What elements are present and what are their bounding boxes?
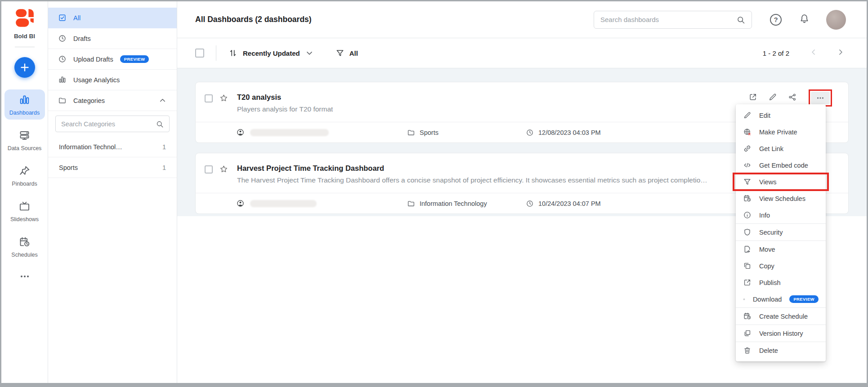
favorite-star-icon[interactable] [219, 93, 228, 113]
pagination-next-button[interactable] [836, 48, 845, 58]
edit-dashboard-button[interactable] [768, 93, 777, 103]
menu-item-label: Make Private [759, 129, 797, 136]
rail-item-slideshows[interactable]: Slideshows [4, 196, 45, 226]
help-icon[interactable] [770, 14, 782, 26]
select-all-checkbox[interactable] [195, 49, 204, 58]
dashboard-description: The Harvest Project Time Tracking Dashbo… [237, 176, 707, 184]
download-icon [743, 295, 745, 303]
brand-name: Bold BI [14, 33, 35, 40]
calendar-clock-icon [743, 194, 752, 203]
sidebar-item-all[interactable]: All [48, 8, 177, 28]
rail-item-pinboards[interactable]: Pinboards [4, 160, 45, 191]
category: Sports [407, 129, 526, 137]
plus-icon [19, 62, 30, 73]
menu-item-view-schedules[interactable]: View Schedules [736, 190, 826, 207]
rail-item-dashboards[interactable]: Dashboards [4, 89, 45, 120]
menu-item-edit[interactable]: Edit [736, 107, 826, 124]
more-actions-button[interactable] [811, 92, 830, 104]
favorite-star-icon[interactable] [219, 165, 228, 184]
pagination-prev-button[interactable] [809, 48, 818, 58]
person-icon [236, 128, 245, 137]
rail-item-schedules[interactable]: Schedules [4, 231, 45, 262]
menu-item-create-schedule[interactable]: Create Schedule [736, 308, 826, 325]
sidebar-item-label: Drafts [73, 35, 91, 42]
filter-funnel-icon[interactable] [336, 49, 345, 58]
menu-item-get-embed-code[interactable]: Get Embed code [736, 157, 826, 173]
dashboard-title[interactable]: Harvest Project Time Tracking Dashboard [237, 164, 707, 173]
sidebar-item-label: Usage Analytics [73, 76, 120, 84]
sidebar-item-label: Categories [73, 97, 105, 104]
category-name: Sports [420, 129, 438, 136]
category-item-information-technology[interactable]: Information Technol… 1 [48, 137, 177, 157]
sort-dropdown[interactable]: Recently Updated [243, 49, 300, 57]
menu-item-info[interactable]: Info [736, 207, 826, 223]
menu-item-label: Get Embed code [759, 162, 808, 169]
list-toolbar: Recently Updated All 1 - 2 of 2 [177, 38, 867, 68]
page-title: All Dashboards (2 dashboards) [195, 15, 312, 24]
menu-item-version-history[interactable]: Version History [736, 325, 826, 342]
category-item-sports[interactable]: Sports 1 [48, 157, 177, 178]
category-search-input[interactable] [61, 120, 152, 128]
sidebar-item-drafts[interactable]: Drafts [48, 28, 177, 49]
preview-badge: PREVIEW [120, 55, 149, 63]
bold-bi-logo-icon [14, 8, 35, 28]
clock-icon [526, 129, 534, 137]
filter-dropdown[interactable]: All [349, 49, 358, 57]
dashboard-description: Players analysis for T20 format [237, 105, 333, 113]
modified-value: 12/08/2023 04:03 PM [538, 129, 601, 136]
chevron-right-icon [836, 48, 845, 57]
modified-value: 10/24/2023 04:07 PM [538, 200, 601, 207]
sidebar-item-label: Upload Drafts [73, 56, 113, 63]
sort-icon[interactable] [228, 48, 238, 58]
user-avatar[interactable] [826, 10, 846, 30]
pagination-range: 1 - 2 of 2 [763, 49, 789, 57]
category-count: 1 [162, 164, 166, 171]
sidebar-item-upload-drafts[interactable]: Upload Drafts PREVIEW [48, 49, 177, 70]
menu-item-make-private[interactable]: Make Private [736, 124, 826, 140]
menu-item-views[interactable]: Views [736, 173, 826, 190]
chevron-up-icon[interactable] [158, 96, 167, 105]
menu-item-move[interactable]: Move [736, 241, 826, 258]
menu-item-delete[interactable]: Delete [736, 342, 826, 359]
menu-item-label: Download [753, 296, 782, 303]
menu-item-download[interactable]: Download PREVIEW [736, 291, 826, 307]
dashboard-search-input[interactable] [600, 16, 732, 23]
modified-date: 10/24/2023 04:07 PM [526, 200, 601, 208]
row-checkbox[interactable] [205, 165, 213, 173]
calendar-clock-icon [18, 236, 31, 248]
trash-icon [743, 346, 752, 355]
slideshow-icon [18, 200, 31, 213]
clock-icon [58, 55, 67, 63]
menu-item-security[interactable]: Security [736, 224, 826, 240]
sidebar-item-categories[interactable]: Categories [48, 90, 177, 111]
menu-item-get-link[interactable]: Get Link [736, 140, 826, 157]
folder-icon [58, 96, 67, 105]
clock-icon [58, 34, 67, 43]
row-checkbox[interactable] [205, 94, 213, 102]
share-icon [788, 93, 797, 102]
create-new-button[interactable] [14, 57, 35, 78]
sidebar-item-usage-analytics[interactable]: Usage Analytics [48, 70, 177, 90]
dashboards-icon [18, 94, 31, 106]
search-icon[interactable] [156, 120, 164, 128]
menu-item-publish[interactable]: Publish [736, 274, 826, 291]
author [236, 128, 407, 137]
rail-more-button[interactable] [19, 271, 31, 284]
share-dashboard-button[interactable] [788, 93, 797, 103]
ellipsis-icon [19, 271, 31, 282]
ellipsis-icon [816, 93, 825, 102]
author-name-redacted [250, 200, 317, 207]
menu-item-label: Publish [759, 279, 781, 286]
link-icon [743, 144, 752, 153]
star-icon [219, 93, 228, 103]
star-icon [219, 165, 228, 174]
author-name-redacted [250, 129, 329, 136]
open-dashboard-button[interactable] [748, 93, 757, 103]
dashboard-title[interactable]: T20 analysis [237, 93, 333, 102]
brand: Bold BI [14, 8, 35, 40]
rail-item-data-sources[interactable]: Data Sources [4, 125, 45, 155]
notifications-bell-icon[interactable] [799, 13, 810, 26]
menu-item-copy[interactable]: Copy [736, 258, 826, 274]
search-icon[interactable] [736, 15, 745, 24]
chevron-down-icon[interactable] [305, 49, 314, 58]
